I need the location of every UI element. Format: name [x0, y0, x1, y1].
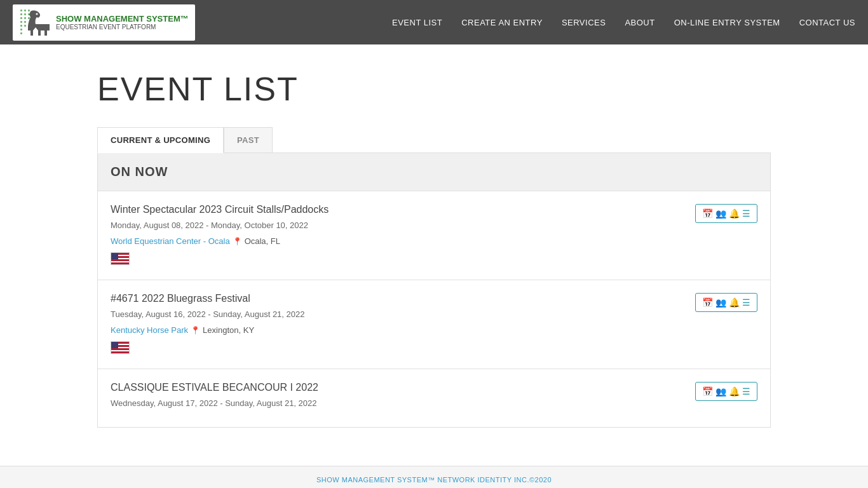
event-actions: 📅 👥 🔔 ☰ [695, 204, 757, 223]
section-header: ON NOW [98, 153, 770, 191]
nav-event-list[interactable]: EVENT LIST [392, 18, 442, 27]
table-row: CLASSIQUE ESTIVALE BECANCOUR I 2022 Wedn… [98, 369, 770, 427]
nav-about[interactable]: ABOUT [625, 18, 654, 27]
venue-city: Ocala, FL [245, 236, 280, 246]
tab-current-upcoming[interactable]: CURRENT & UPCOMING [97, 127, 224, 153]
svg-rect-11 [24, 21, 26, 23]
svg-rect-7 [20, 17, 22, 19]
people-icon: 👥 [715, 208, 726, 219]
list-icon: ☰ [742, 208, 750, 219]
event-name: #4671 2022 Bluegrass Festival [111, 293, 695, 304]
table-row: #4671 2022 Bluegrass Festival Tuesday, A… [98, 280, 770, 369]
flag-us [111, 341, 130, 354]
tab-past[interactable]: PAST [224, 127, 273, 152]
event-action-button[interactable]: 📅 👥 🔔 ☰ [695, 204, 757, 223]
calendar-icon: 📅 [702, 386, 713, 396]
nav-online-entry[interactable]: ON-LINE ENTRY SYSTEM [674, 18, 780, 27]
list-icon: ☰ [742, 386, 750, 396]
tab-content: ON NOW Winter Spectacular 2023 Circuit S… [97, 152, 771, 428]
event-name: CLASSIQUE ESTIVALE BECANCOUR I 2022 [111, 382, 695, 393]
svg-rect-3 [28, 10, 30, 11]
nav-create-entry[interactable]: CREATE AN ENTRY [461, 18, 543, 27]
svg-rect-2 [24, 10, 26, 11]
header: SHOW MANAGEMENT SYSTEM™ EQUESTRIAN EVENT… [0, 0, 868, 44]
event-actions: 📅 👥 🔔 ☰ [695, 382, 757, 401]
events-list: Winter Spectacular 2023 Circuit Stalls/P… [98, 191, 770, 427]
nav-services[interactable]: SERVICES [562, 18, 606, 27]
svg-rect-10 [20, 21, 22, 23]
svg-rect-8 [24, 17, 26, 19]
venue-link[interactable]: World Equestrian Center - Ocala [111, 236, 230, 246]
event-name: Winter Spectacular 2023 Circuit Stalls/P… [111, 204, 695, 215]
logo-text: SHOW MANAGEMENT SYSTEM™ EQUESTRIAN EVENT… [56, 14, 189, 30]
calendar-icon: 📅 [702, 208, 713, 219]
page-title: EVENT LIST [97, 70, 771, 108]
event-action-button[interactable]: 📅 👥 🔔 ☰ [695, 293, 757, 312]
location-icon: 📍 [191, 326, 200, 335]
svg-rect-13 [24, 25, 26, 27]
svg-rect-9 [28, 17, 30, 19]
venue-link[interactable]: Kentucky Horse Park [111, 325, 188, 335]
bell-icon: 🔔 [729, 386, 740, 396]
nav-contact-us[interactable]: CONTACT US [799, 18, 855, 27]
event-venue: Kentucky Horse Park 📍 Lexington, KY [111, 325, 695, 335]
calendar-icon: 📅 [702, 297, 713, 308]
table-row: Winter Spectacular 2023 Circuit Stalls/P… [98, 191, 770, 280]
main-nav: EVENT LIST CREATE AN ENTRY SERVICES ABOU… [214, 18, 855, 27]
page-content: EVENT LIST CURRENT & UPCOMING PAST ON NO… [85, 44, 783, 466]
bell-icon: 🔔 [729, 208, 740, 219]
bell-icon: 🔔 [729, 297, 740, 308]
event-venue: World Equestrian Center - Ocala 📍 Ocala,… [111, 236, 695, 246]
svg-point-16 [36, 13, 38, 15]
event-actions: 📅 👥 🔔 ☰ [695, 293, 757, 312]
event-action-button[interactable]: 📅 👥 🔔 ☰ [695, 382, 757, 401]
footer-text: SHOW MANAGEMENT SYSTEM™ NETWORK IDENTITY… [316, 476, 552, 484]
event-info: #4671 2022 Bluegrass Festival Tuesday, A… [111, 293, 695, 356]
svg-rect-14 [20, 29, 22, 30]
footer: SHOW MANAGEMENT SYSTEM™ NETWORK IDENTITY… [0, 466, 868, 488]
event-info: CLASSIQUE ESTIVALE BECANCOUR I 2022 Wedn… [111, 382, 695, 414]
list-icon: ☰ [742, 297, 750, 308]
event-dates: Tuesday, August 16, 2022 - Sunday, Augus… [111, 309, 695, 319]
people-icon: 👥 [715, 297, 726, 308]
event-dates: Monday, August 08, 2022 - Monday, Octobe… [111, 220, 695, 230]
svg-rect-12 [20, 25, 22, 27]
logo-icon [19, 8, 51, 37]
svg-rect-5 [24, 13, 26, 15]
event-info: Winter Spectacular 2023 Circuit Stalls/P… [111, 204, 695, 267]
location-icon: 📍 [233, 237, 242, 246]
svg-rect-1 [20, 10, 22, 11]
tabs: CURRENT & UPCOMING PAST [97, 127, 771, 152]
event-dates: Wednesday, August 17, 2022 - Sunday, Aug… [111, 398, 695, 408]
venue-city: Lexington, KY [203, 325, 254, 335]
logo[interactable]: SHOW MANAGEMENT SYSTEM™ EQUESTRIAN EVENT… [13, 4, 195, 41]
svg-rect-15 [20, 32, 22, 34]
flag-us [111, 252, 130, 265]
people-icon: 👥 [715, 386, 726, 396]
svg-rect-4 [20, 13, 22, 15]
